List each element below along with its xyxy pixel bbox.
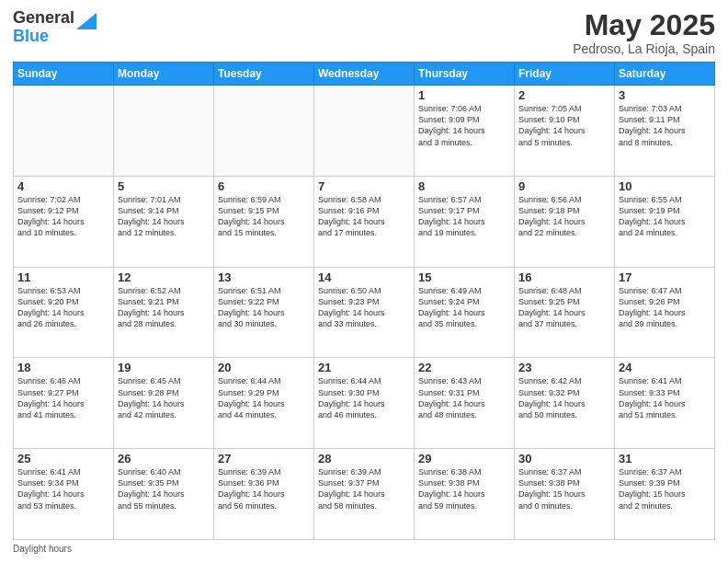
day-number: 16 [518,270,610,284]
day-info: Sunrise: 6:57 AM Sunset: 9:17 PM Dayligh… [418,194,510,239]
calendar-cell: 19Sunrise: 6:45 AM Sunset: 9:28 PM Dayli… [114,358,214,449]
calendar-cell: 4Sunrise: 7:02 AM Sunset: 9:12 PM Daylig… [14,176,114,267]
day-number: 31 [619,452,711,465]
calendar-cell: 8Sunrise: 6:57 AM Sunset: 9:17 PM Daylig… [415,176,515,267]
subtitle: Pedroso, La Rioja, Spain [573,41,715,56]
day-info: Sunrise: 7:05 AM Sunset: 9:10 PM Dayligh… [518,103,610,148]
calendar-table: SundayMondayTuesdayWednesdayThursdayFrid… [13,62,715,540]
day-info: Sunrise: 6:37 AM Sunset: 9:39 PM Dayligh… [619,466,711,511]
calendar-cell: 20Sunrise: 6:44 AM Sunset: 9:29 PM Dayli… [214,358,314,449]
day-number: 30 [518,452,610,465]
calendar-cell: 3Sunrise: 7:03 AM Sunset: 9:11 PM Daylig… [615,86,715,177]
calendar-cell: 14Sunrise: 6:50 AM Sunset: 9:23 PM Dayli… [314,267,415,358]
day-info: Sunrise: 6:46 AM Sunset: 9:27 PM Dayligh… [17,375,109,420]
calendar-cell: 30Sunrise: 6:37 AM Sunset: 9:38 PM Dayli… [515,449,615,540]
day-number: 25 [17,452,109,465]
day-info: Sunrise: 6:56 AM Sunset: 9:18 PM Dayligh… [518,194,610,239]
day-info: Sunrise: 6:45 AM Sunset: 9:28 PM Dayligh… [118,375,210,420]
day-info: Sunrise: 6:47 AM Sunset: 9:26 PM Dayligh… [619,285,711,330]
calendar-cell: 2Sunrise: 7:05 AM Sunset: 9:10 PM Daylig… [515,86,615,177]
day-number: 6 [218,179,310,193]
day-number: 2 [518,88,610,102]
day-info: Sunrise: 6:50 AM Sunset: 9:23 PM Dayligh… [318,285,410,330]
calendar-cell: 1Sunrise: 7:06 AM Sunset: 9:09 PM Daylig… [415,86,515,177]
day-info: Sunrise: 6:53 AM Sunset: 9:20 PM Dayligh… [17,285,109,330]
day-info: Sunrise: 6:44 AM Sunset: 9:29 PM Dayligh… [218,375,310,420]
footer: Daylight hours [13,544,715,554]
calendar-cell: 7Sunrise: 6:58 AM Sunset: 9:16 PM Daylig… [314,176,415,267]
day-number: 27 [218,452,310,465]
svg-marker-0 [76,13,97,29]
calendar-cell: 11Sunrise: 6:53 AM Sunset: 9:20 PM Dayli… [14,267,114,358]
header-sunday: Sunday [14,63,114,86]
day-number: 17 [619,270,711,284]
calendar-cell [14,86,114,177]
calendar-cell: 12Sunrise: 6:52 AM Sunset: 9:21 PM Dayli… [114,267,214,358]
header-wednesday: Wednesday [314,63,415,86]
week-row-0: 1Sunrise: 7:06 AM Sunset: 9:09 PM Daylig… [14,86,715,177]
day-number: 19 [118,361,210,374]
calendar-cell: 9Sunrise: 6:56 AM Sunset: 9:18 PM Daylig… [515,176,615,267]
day-info: Sunrise: 6:43 AM Sunset: 9:31 PM Dayligh… [418,375,510,420]
day-number: 22 [418,361,510,374]
day-number: 4 [17,179,109,193]
calendar-cell [114,86,214,177]
day-number: 29 [418,452,510,465]
calendar-cell: 17Sunrise: 6:47 AM Sunset: 9:26 PM Dayli… [615,267,715,358]
day-info: Sunrise: 7:06 AM Sunset: 9:09 PM Dayligh… [418,103,510,148]
day-number: 12 [118,270,210,284]
header-thursday: Thursday [415,63,515,86]
calendar-cell: 29Sunrise: 6:38 AM Sunset: 9:38 PM Dayli… [415,449,515,540]
logo-general: General [13,9,74,28]
calendar-cell: 26Sunrise: 6:40 AM Sunset: 9:35 PM Dayli… [114,449,214,540]
week-row-4: 25Sunrise: 6:41 AM Sunset: 9:34 PM Dayli… [14,449,715,540]
calendar-cell: 18Sunrise: 6:46 AM Sunset: 9:27 PM Dayli… [14,358,114,449]
logo-icon [76,13,97,33]
calendar-cell: 10Sunrise: 6:55 AM Sunset: 9:19 PM Dayli… [615,176,715,267]
day-info: Sunrise: 6:41 AM Sunset: 9:33 PM Dayligh… [619,375,711,420]
day-number: 18 [17,361,109,374]
calendar-cell [314,86,415,177]
day-number: 28 [318,452,410,465]
day-number: 5 [118,179,210,193]
logo: General Blue [13,9,97,46]
calendar-cell: 31Sunrise: 6:37 AM Sunset: 9:39 PM Dayli… [615,449,715,540]
calendar-cell: 5Sunrise: 7:01 AM Sunset: 9:14 PM Daylig… [114,176,214,267]
page: General Blue May 2025 Pedroso, La Rioja,… [0,0,728,563]
logo-blue: Blue [13,28,74,46]
header: General Blue May 2025 Pedroso, La Rioja,… [13,9,715,56]
week-row-2: 11Sunrise: 6:53 AM Sunset: 9:20 PM Dayli… [14,267,715,358]
calendar-cell: 6Sunrise: 6:59 AM Sunset: 9:15 PM Daylig… [214,176,314,267]
day-info: Sunrise: 6:39 AM Sunset: 9:36 PM Dayligh… [218,466,310,511]
day-info: Sunrise: 6:41 AM Sunset: 9:34 PM Dayligh… [17,466,109,511]
day-info: Sunrise: 6:39 AM Sunset: 9:37 PM Dayligh… [318,466,410,511]
day-number: 11 [17,270,109,284]
day-info: Sunrise: 6:59 AM Sunset: 9:15 PM Dayligh… [218,194,310,239]
logo-text: General Blue [13,9,74,46]
day-info: Sunrise: 6:40 AM Sunset: 9:35 PM Dayligh… [118,466,210,511]
main-title: May 2025 [573,9,715,41]
week-row-1: 4Sunrise: 7:02 AM Sunset: 9:12 PM Daylig… [14,176,715,267]
calendar-cell: 16Sunrise: 6:48 AM Sunset: 9:25 PM Dayli… [515,267,615,358]
header-friday: Friday [515,63,615,86]
day-info: Sunrise: 7:02 AM Sunset: 9:12 PM Dayligh… [17,194,109,239]
calendar-cell: 28Sunrise: 6:39 AM Sunset: 9:37 PM Dayli… [314,449,415,540]
day-info: Sunrise: 6:48 AM Sunset: 9:25 PM Dayligh… [518,285,610,330]
day-number: 20 [218,361,310,374]
day-number: 9 [518,179,610,193]
day-info: Sunrise: 6:37 AM Sunset: 9:38 PM Dayligh… [518,466,610,511]
day-info: Sunrise: 6:42 AM Sunset: 9:32 PM Dayligh… [518,375,610,420]
day-info: Sunrise: 7:03 AM Sunset: 9:11 PM Dayligh… [619,103,711,148]
calendar-cell: 15Sunrise: 6:49 AM Sunset: 9:24 PM Dayli… [415,267,515,358]
day-number: 13 [218,270,310,284]
calendar-cell: 24Sunrise: 6:41 AM Sunset: 9:33 PM Dayli… [615,358,715,449]
day-info: Sunrise: 6:51 AM Sunset: 9:22 PM Dayligh… [218,285,310,330]
day-info: Sunrise: 6:38 AM Sunset: 9:38 PM Dayligh… [418,466,510,511]
day-number: 10 [619,179,711,193]
day-info: Sunrise: 6:55 AM Sunset: 9:19 PM Dayligh… [619,194,711,239]
day-info: Sunrise: 6:58 AM Sunset: 9:16 PM Dayligh… [318,194,410,239]
calendar-cell [214,86,314,177]
day-info: Sunrise: 6:52 AM Sunset: 9:21 PM Dayligh… [118,285,210,330]
day-info: Sunrise: 6:44 AM Sunset: 9:30 PM Dayligh… [318,375,410,420]
day-number: 3 [619,88,711,102]
